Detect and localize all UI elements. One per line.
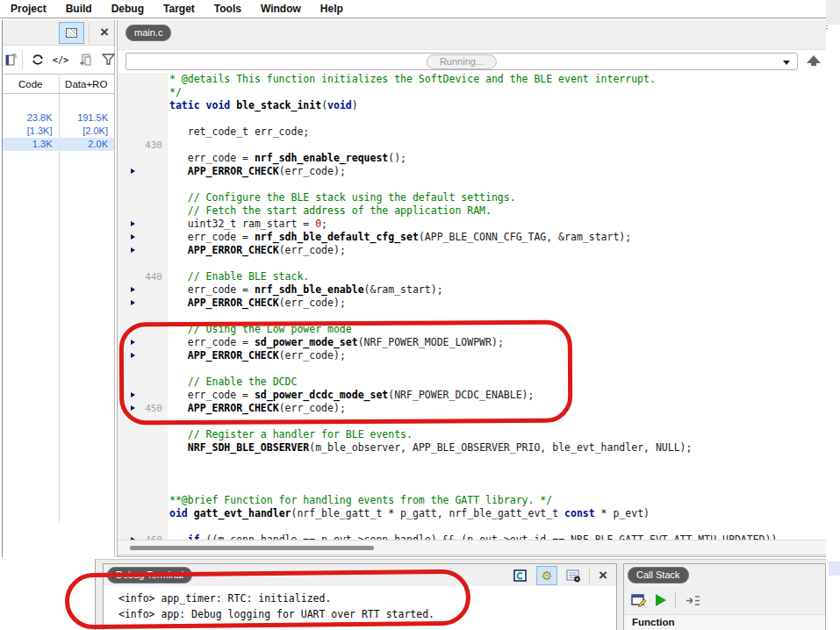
menu-item-target[interactable]: Target [163,3,205,15]
status-badge: Running... [427,54,497,69]
stack-frame-icon[interactable] [631,593,647,607]
menu-item-build[interactable]: Build [66,3,103,15]
continue-play-icon[interactable] [656,594,666,606]
close-terminal-button[interactable]: × [595,567,611,584]
gutter[interactable] [118,376,168,389]
terminal-log-icon[interactable] [510,566,531,585]
terminal-line: <info> app: Debug logging for UART over … [104,606,616,622]
terminal-properties-icon[interactable] [563,566,584,585]
gutter[interactable]: 440 [118,270,168,283]
gutter[interactable] [118,125,168,139]
code-line: uint32_t ram_start = 0; [118,218,826,231]
gutter[interactable] [118,520,168,533]
gutter[interactable] [118,389,168,402]
gutter[interactable] [118,297,168,310]
horizontal-scrollbar[interactable] [118,540,826,555]
gutter[interactable] [118,152,168,165]
gutter[interactable] [118,441,168,455]
gutter[interactable] [118,310,168,323]
table-row[interactable]: [1.3K][2.0K] [3,125,114,138]
tab-call-stack[interactable]: Call Stack [628,567,689,583]
gutter[interactable] [118,165,168,178]
code-lines[interactable]: * @details This function initializes the… [118,73,826,540]
gutter[interactable] [118,349,168,362]
statement-marker-icon [131,287,135,292]
gutter[interactable] [118,323,168,336]
code-text: APP_ERROR_CHECK(err_code); [168,349,346,362]
scrollbar-thumb[interactable] [130,546,374,550]
gutter[interactable] [118,362,168,376]
column-header-code[interactable]: Code [3,75,59,93]
gutter[interactable]: 430 [118,139,168,152]
menu-item-project[interactable]: Project [11,3,57,15]
gutter[interactable] [118,428,168,441]
tab-debug-terminal[interactable]: Debug Terminal [107,567,192,583]
gutter[interactable] [118,283,168,297]
code-text: * @details This function initializes the… [168,73,656,86]
gutter[interactable] [118,204,168,218]
gutter[interactable] [118,231,168,244]
column-header-function[interactable]: Function [624,615,825,630]
gutter[interactable] [118,191,168,204]
table-row[interactable]: 1.3K2.0K [3,138,114,151]
gutter[interactable] [118,336,168,349]
gutter[interactable] [118,494,168,507]
debug-terminal-panel: Debug Terminal ⚙ [103,563,617,630]
gutter[interactable] [118,73,168,86]
gutter[interactable] [118,257,168,270]
column-header-data-ro[interactable]: Data+RO [59,75,115,93]
refresh-icon[interactable] [29,51,47,68]
close-panel-button[interactable]: × [94,21,115,44]
gutter[interactable] [118,455,168,468]
symbol-dropdown[interactable]: Running... [126,53,798,70]
terminal-settings-gear-icon[interactable]: ⚙ [536,566,557,585]
gutter[interactable]: 460 [118,533,168,540]
table-cell: [1.3K] [3,125,59,138]
table-row[interactable]: 23.8K191.5K [3,111,114,125]
code-text [168,178,169,191]
dock-window-button[interactable] [59,22,84,44]
code-text: // Enable BLE stack. [168,270,309,283]
background-artifact [826,0,840,25]
table-row-empty [3,94,114,111]
gutter[interactable] [118,218,168,231]
code-line: err_code = nrf_sdh_ble_enable(&ram_start… [118,283,826,297]
code-text: APP_ERROR_CHECK(err_code); [168,244,346,257]
code-text: err_code = nrf_sdh_ble_enable(&ram_start… [168,283,443,297]
code-line: 440 // Enable BLE stack. [118,270,826,283]
code-text: err_code = nrf_sdh_ble_default_cfg_set(A… [168,231,631,244]
code-view-icon[interactable]: </> [52,51,69,68]
code-line [118,112,826,125]
terminal-output: <info> app_timer: RTC: initialized.<info… [104,586,616,630]
code-line: ret_code_t err_code; [118,125,826,139]
gutter[interactable] [118,415,168,428]
gutter[interactable] [118,507,168,520]
menu-bar: ProjectBuildDebugTargetToolsWindowHelp [0,0,826,18]
menu-item-help[interactable]: Help [320,3,354,15]
symbol-browser-panel: × </> [2,20,115,557]
tab-main-c[interactable]: main.c [126,25,171,41]
gutter[interactable]: 450 [118,402,168,415]
menu-item-debug[interactable]: Debug [111,3,154,15]
filter-icon[interactable] [99,51,117,68]
navigate-up-icon[interactable] [805,54,822,69]
call-stack-panel: Call Stack [623,563,826,630]
gutter[interactable] [118,244,168,257]
statement-marker-icon [131,168,135,174]
gutter[interactable] [118,178,168,191]
gutter[interactable] [118,86,168,99]
up-stem [811,63,816,66]
gutter[interactable] [118,468,168,481]
gutter[interactable] [118,99,168,112]
properties-icon[interactable] [3,51,20,68]
statement-marker-icon [131,300,135,305]
gutter[interactable] [118,481,168,494]
copy-symbols-icon[interactable] [76,51,94,68]
bottom-dock: Debug Terminal ⚙ [95,559,826,630]
menu-item-window[interactable]: Window [261,3,312,15]
code-text: tatic void ble_stack_init(void) [168,99,358,112]
step-to-frame-icon[interactable] [685,594,700,607]
gutter[interactable] [118,112,168,125]
line-number: 450 [145,402,162,415]
menu-item-tools[interactable]: Tools [214,3,252,15]
